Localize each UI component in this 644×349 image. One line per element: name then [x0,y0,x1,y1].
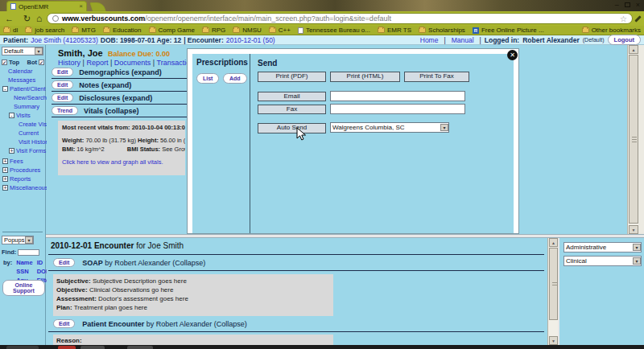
add-button[interactable]: Add [223,73,247,84]
find-input[interactable] [18,249,39,256]
chevron-down-icon[interactable]: ▾ [25,236,33,244]
home-icon[interactable]: ⌂ [36,13,42,24]
edit-soap-button[interactable]: Edit [53,258,75,267]
top-checkbox[interactable]: ✓ [2,60,7,65]
taskbar-item[interactable] [6,346,39,349]
fax-button[interactable]: Fax [258,105,326,114]
administrative-select[interactable]: Administrative ▾ [564,242,642,253]
home-link[interactable]: Home [420,36,439,44]
back-icon[interactable]: ← [5,13,14,24]
section-label[interactable]: Notes (expand) [79,81,131,89]
chevron-down-icon[interactable]: ▾ [35,47,43,55]
sidebar-item-new-search[interactable]: New/Search [14,94,47,101]
section-label[interactable]: Vitals (collapse) [84,107,138,115]
encounter-scrollbar[interactable]: ▲ ▼ [547,238,558,345]
close-icon[interactable]: ✕ [507,50,518,60]
bookmark-item[interactable]: NMSU [233,27,262,34]
sidebar-item-visit-forms[interactable]: +Visit Forms [9,147,46,154]
auto-send-button[interactable]: Auto Send [258,123,326,133]
other-bookmarks[interactable]: Other bookmarks [582,27,641,34]
bookmark-star-icon[interactable]: ☆ [620,14,627,23]
bookmark-item[interactable]: job search [25,27,64,34]
taskbar-item[interactable] [127,346,153,349]
bookmark-item[interactable]: RPG [202,27,225,34]
bookmark-item[interactable]: C++ [269,27,291,34]
chevron-down-icon[interactable]: ▾ [633,244,641,251]
close-icon[interactable]: × [636,0,640,10]
bookmark-item[interactable]: Tennessee Bureau o... [298,27,370,34]
email-button[interactable]: Email [258,92,326,101]
graph-vitals-link[interactable]: Click here to view and graph all vitals. [62,158,163,166]
sidebar-item-create-visit[interactable]: Create Visit [19,121,50,128]
collapse-icon[interactable]: - [9,113,14,118]
edit-demographics-button[interactable]: Edit [52,68,73,76]
tab-close-icon[interactable]: × [79,3,83,10]
bookmark-item[interactable]: EMR TS [378,27,411,34]
online-support-button[interactable]: Online Support [2,280,45,296]
pharmacy-select[interactable]: Walgreens Columbia, SC ▾ [330,122,449,133]
print-pdf-button[interactable]: Print (PDF) [258,72,326,82]
scroll-down-icon[interactable]: ▼ [629,225,638,234]
edit-patient-encounter-button[interactable]: Edit [53,319,75,328]
chevron-down-icon[interactable]: ▾ [633,257,641,265]
clinical-select[interactable]: Clinical ▾ [564,256,642,266]
expand-icon[interactable]: + [2,167,8,173]
popups-select[interactable]: Popups ▾ [2,236,34,244]
trend-vitals-button[interactable]: Trend [52,106,78,115]
encounter-link[interactable]: 2010-12-01 (50) [226,36,275,44]
taskbar-item[interactable] [58,346,76,349]
patient-name-link[interactable]: Joe Smith (41205323) [31,36,98,44]
chevron-down-icon[interactable]: ▾ [440,124,448,131]
sidebar-item-reports[interactable]: +Reports [2,175,31,183]
bookmark-item[interactable]: dl [3,27,18,34]
minimize-icon[interactable]: – [615,0,619,10]
address-bar[interactable]: www.verbuscounts.com /openemr/openemr/in… [47,13,633,24]
sidebar-item-visits[interactable]: -Visits [9,112,31,119]
sidebar-item-fees[interactable]: +Fees [2,158,23,165]
sidebar-item-messages[interactable]: Messages [8,76,35,84]
list-button[interactable]: List [196,73,219,84]
restore-icon[interactable] [625,2,630,7]
scrollbar-thumb[interactable] [629,55,638,224]
logout-button[interactable]: Logout [608,35,641,45]
bot-checkbox[interactable]: ✓ [39,60,44,65]
section-label[interactable]: Demographics (expand) [79,68,162,76]
scroll-up-icon[interactable]: ▲ [629,45,638,54]
email-input[interactable] [330,91,465,101]
sidebar-item-miscellaneous[interactable]: +Miscellaneous [2,184,48,191]
search-by-name[interactable]: Name [16,259,35,266]
sidebar-item-visit-history[interactable]: Visit History [19,138,50,146]
section-label[interactable]: Disclosures (expand) [79,94,152,102]
refresh-icon[interactable]: ↻ [23,13,31,24]
print-to-fax-button[interactable]: Print To Fax [404,72,469,82]
manual-link[interactable]: Manual [452,36,474,44]
bookmark-item[interactable]: MTG [72,27,96,34]
fax-input[interactable] [330,104,465,114]
new-tab-button[interactable] [89,2,106,11]
browser-tab[interactable]: OpenEMR × [6,1,87,11]
bookmark-item[interactable]: Comp Game [149,27,195,34]
collapse-icon[interactable]: - [2,86,8,92]
expand-icon[interactable]: + [9,148,14,154]
wrench-menu-icon[interactable] [634,15,642,23]
scroll-up-icon[interactable]: ▲ [549,238,558,247]
search-by-ssn[interactable]: SSN [16,268,35,275]
bookmark-item[interactable]: Education [103,27,142,34]
nav-profile-select[interactable]: Default ▾ [2,47,43,55]
expand-icon[interactable]: + [2,158,8,164]
sidebar-item-procedures[interactable]: +Procedures [2,166,40,174]
bookmark-item[interactable]: RFree Online Picture ... [473,27,544,34]
sidebar-item-patient-client[interactable]: -Patient/Client [2,85,46,92]
print-html-button[interactable]: Print (HTML) [330,72,400,82]
sidebar-item-summary[interactable]: Summary [14,103,39,110]
taskbar-item[interactable] [80,346,105,349]
sidebar-item-calendar[interactable]: Calendar [8,68,32,75]
summary-scrollbar[interactable]: ▲ ▼ [627,45,638,234]
bookmark-item[interactable]: Scholarships [419,27,465,34]
expand-icon[interactable]: + [2,185,8,191]
scroll-down-icon[interactable]: ▼ [549,336,558,345]
edit-disclosures-button[interactable]: Edit [52,93,73,102]
edit-notes-button[interactable]: Edit [52,80,73,89]
scrollbar-thumb[interactable] [549,248,558,320]
expand-icon[interactable]: + [2,176,8,182]
